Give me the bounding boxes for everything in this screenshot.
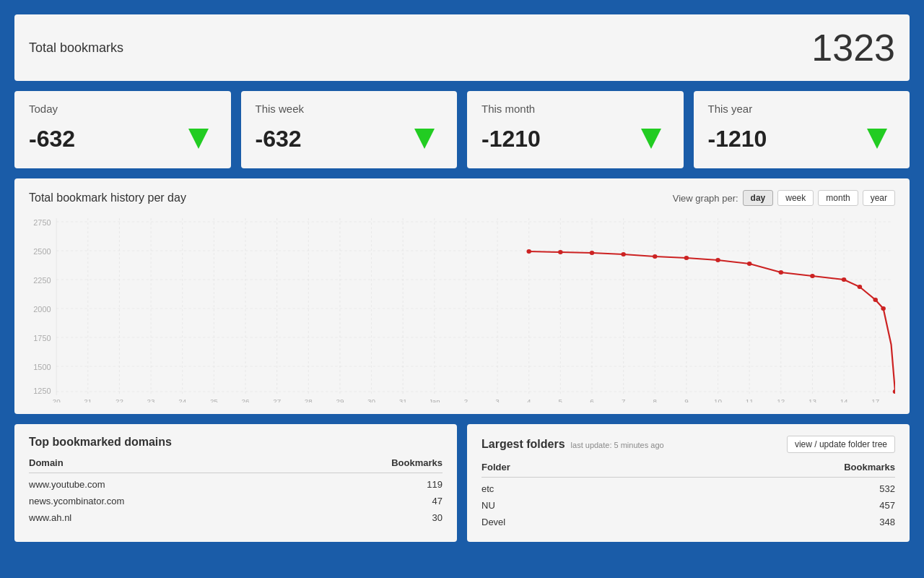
svg-text:26: 26 [242, 397, 250, 402]
chart-svg: 2750 2500 2250 2000 1750 1500 1250 [29, 215, 895, 402]
svg-point-82 [842, 277, 847, 282]
down-arrow-icon [859, 121, 895, 157]
graph-btn-year[interactable]: year [863, 190, 895, 206]
domains-col-bookmarks: Bookmarks [391, 457, 443, 468]
svg-point-76 [653, 254, 658, 259]
svg-text:30: 30 [367, 397, 375, 402]
svg-text:3: 3 [495, 397, 499, 402]
svg-text:10: 10 [714, 397, 722, 402]
svg-point-85 [881, 306, 886, 311]
svg-text:2250: 2250 [33, 277, 51, 285]
folders-col-bookmarks: Bookmarks [844, 462, 895, 473]
stat-bottom: -1210 [481, 121, 669, 157]
stat-value: -632 [29, 126, 75, 152]
svg-text:13: 13 [808, 397, 816, 402]
total-bookmarks-label: Total bookmarks [29, 40, 123, 56]
view-folder-tree-button[interactable]: view / update folder tree [787, 436, 895, 453]
bottom-row: Top bookmarked domains Domain Bookmarks … [14, 424, 910, 542]
folder-count: 532 [879, 483, 895, 494]
graph-btn-day[interactable]: day [743, 190, 774, 206]
domains-card: Top bookmarked domains Domain Bookmarks … [14, 424, 457, 542]
svg-marker-3 [867, 129, 887, 149]
domains-col-domain: Domain [29, 457, 64, 468]
graph-header: Total bookmark history per day View grap… [29, 190, 895, 206]
svg-text:Jan: Jan [429, 397, 440, 402]
folders-header: Largest folders last update: 5 minutes a… [481, 436, 895, 453]
svg-text:31: 31 [399, 397, 407, 402]
domain-name: www.ah.nl [29, 512, 71, 523]
stat-value: -1210 [708, 126, 767, 152]
domain-row: www.youtube.com119 [29, 476, 443, 493]
stat-cards-row: Today -632 This week -632 Th [14, 91, 910, 168]
svg-point-73 [558, 250, 563, 254]
folders-col-folder: Folder [481, 462, 510, 473]
domain-count: 47 [432, 496, 443, 506]
svg-text:14: 14 [840, 397, 848, 402]
stat-value: -1210 [481, 126, 541, 152]
folders-title: Largest folders [481, 438, 565, 451]
domain-count: 119 [427, 479, 443, 490]
domain-row: news.ycombinator.com47 [29, 493, 443, 509]
svg-text:2000: 2000 [33, 306, 51, 314]
svg-text:9: 9 [684, 397, 688, 402]
svg-text:7: 7 [622, 397, 625, 402]
graph-title: Total bookmark history per day [29, 191, 186, 204]
svg-text:25: 25 [210, 397, 218, 402]
folder-row: etc532 [481, 480, 895, 497]
svg-text:8: 8 [653, 397, 657, 402]
view-graph-label: View graph per: [673, 193, 738, 204]
stat-label: This year [708, 103, 896, 115]
svg-marker-2 [641, 129, 661, 149]
svg-point-77 [684, 256, 689, 260]
svg-text:6: 6 [590, 397, 593, 402]
chart-container: 2750 2500 2250 2000 1750 1500 1250 [29, 215, 895, 402]
svg-text:4: 4 [527, 397, 531, 402]
folders-rows: etc532NU457Devel348 [481, 480, 895, 530]
svg-text:27: 27 [273, 397, 281, 402]
folder-name: Devel [481, 517, 505, 527]
domains-rows: www.youtube.com119news.ycombinator.com47… [29, 476, 443, 526]
domain-count: 30 [432, 512, 443, 523]
down-arrow-icon [180, 121, 217, 157]
svg-point-83 [858, 285, 863, 289]
stat-value: -632 [256, 126, 302, 152]
graph-controls: View graph per: day week month year [673, 190, 895, 206]
svg-text:17: 17 [871, 397, 879, 402]
folder-row: NU457 [481, 497, 895, 514]
svg-text:22: 22 [116, 397, 123, 402]
svg-text:12: 12 [777, 397, 785, 402]
total-bookmarks-card: Total bookmarks 1323 [14, 14, 910, 81]
svg-text:1750: 1750 [33, 335, 51, 342]
graph-btn-week[interactable]: week [777, 190, 814, 206]
down-arrow-icon [406, 121, 443, 157]
stat-card: This week -632 [241, 91, 458, 168]
svg-marker-1 [414, 129, 435, 149]
domain-name: www.youtube.com [29, 479, 105, 490]
total-bookmarks-value: 1323 [811, 26, 895, 69]
graph-btn-month[interactable]: month [818, 190, 858, 206]
stat-card: Today -632 [14, 91, 231, 168]
stat-card: This month -1210 [467, 91, 684, 168]
svg-point-74 [590, 251, 595, 255]
folder-count: 348 [879, 517, 895, 527]
svg-point-86 [893, 389, 895, 394]
svg-point-80 [779, 270, 784, 275]
graph-card: Total bookmark history per day View grap… [14, 178, 910, 414]
svg-point-79 [747, 262, 752, 266]
stat-bottom: -632 [29, 121, 217, 157]
folders-title-group: Largest folders last update: 5 minutes a… [481, 438, 664, 451]
svg-point-78 [715, 258, 720, 262]
domain-name: news.ycombinator.com [29, 496, 124, 506]
svg-point-81 [810, 274, 815, 278]
folders-last-update: last update: 5 minutes ago [571, 441, 664, 449]
stat-bottom: -632 [256, 121, 443, 157]
folder-row: Devel348 [481, 514, 895, 530]
domains-title: Top bookmarked domains [29, 436, 443, 449]
svg-text:2750: 2750 [33, 219, 51, 227]
svg-marker-0 [188, 129, 209, 149]
svg-point-75 [621, 252, 626, 256]
svg-text:20: 20 [53, 397, 61, 402]
svg-text:29: 29 [336, 397, 344, 402]
folders-card: Largest folders last update: 5 minutes a… [467, 424, 910, 542]
svg-point-84 [873, 298, 878, 302]
